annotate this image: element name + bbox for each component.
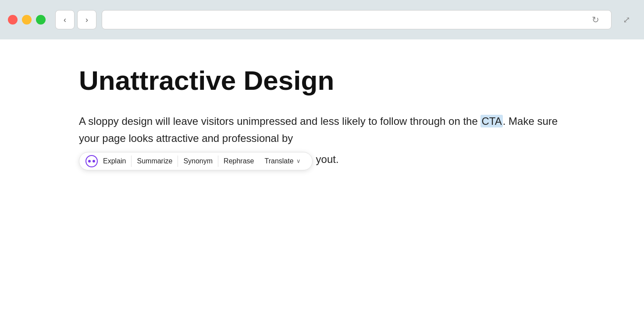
expand-icon: ⤢ [623, 14, 630, 25]
explain-button[interactable]: Explain [98, 155, 132, 167]
translate-label: Translate [264, 157, 293, 165]
summarize-button[interactable]: Summarize [132, 155, 178, 167]
traffic-lights [8, 15, 46, 25]
rephrase-button[interactable]: Rephrase [218, 155, 259, 167]
ai-logo [85, 155, 98, 167]
reload-icon: ↻ [592, 14, 599, 25]
page-title: Unattractive Design [79, 66, 609, 95]
synonym-button[interactable]: Synonym [178, 155, 218, 167]
expand-button[interactable]: ⤢ [617, 10, 636, 29]
context-menu: Explain Summarize Synonym Rephrase Trans… [79, 152, 313, 170]
back-button[interactable]: ‹ [55, 10, 75, 29]
url-input[interactable] [108, 16, 586, 24]
translate-button[interactable]: Translate ∨ [259, 155, 306, 167]
body-paragraph: A sloppy design will leave visitors unim… [79, 113, 561, 147]
minimize-button[interactable] [22, 15, 32, 25]
highlighted-cta: CTA [480, 115, 502, 127]
forward-button[interactable]: › [77, 10, 96, 29]
browser-window: ‹ › ↻ ⤢ Unattractive Design A sloppy des… [0, 0, 644, 318]
body-text-part1: A sloppy design will leave visitors unim… [79, 115, 480, 127]
chevron-down-icon: ∨ [296, 158, 301, 164]
ai-logo-eye-left [88, 160, 91, 163]
address-bar[interactable]: ↻ [102, 10, 612, 29]
maximize-button[interactable] [36, 15, 46, 25]
browser-toolbar: ‹ › ↻ ⤢ [0, 0, 644, 39]
ai-logo-eyes [88, 160, 95, 163]
trailing-text: yout. [316, 151, 339, 168]
body-text: A sloppy design will leave visitors unim… [79, 113, 609, 170]
ai-logo-eye-right [93, 160, 95, 163]
context-menu-row: Explain Summarize Synonym Rephrase Trans… [79, 148, 609, 170]
nav-buttons: ‹ › [55, 10, 96, 29]
browser-content: Unattractive Design A sloppy design will… [0, 39, 644, 318]
reload-button[interactable]: ↻ [586, 10, 605, 29]
close-button[interactable] [8, 15, 18, 25]
